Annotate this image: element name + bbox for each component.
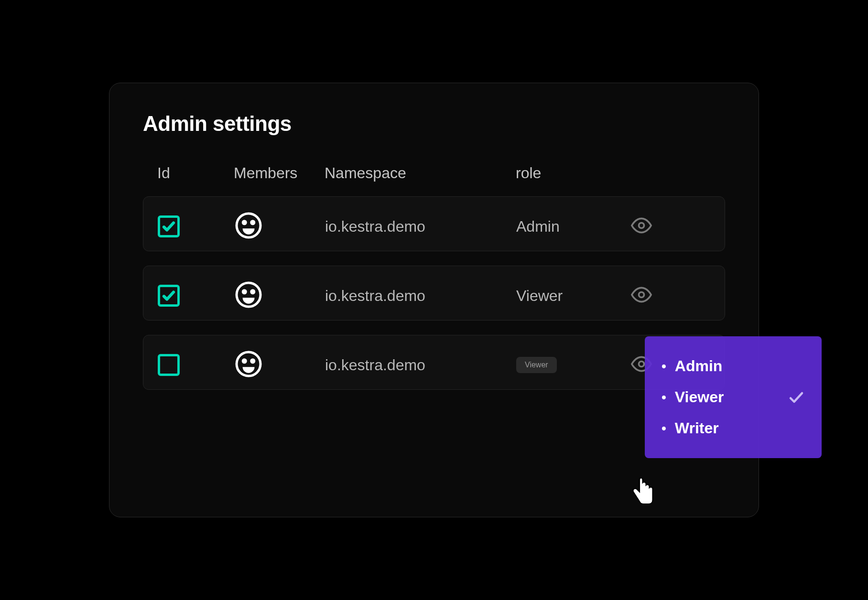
svg-point-9 — [243, 360, 246, 363]
role-label: Viewer — [516, 357, 557, 373]
eye-icon — [631, 284, 652, 305]
dropdown-option-viewer[interactable]: • Viewer — [662, 382, 805, 413]
row-checkbox[interactable] — [158, 215, 180, 237]
smiley-icon — [234, 350, 263, 378]
page-title: Admin settings — [143, 112, 725, 136]
role-dropdown[interactable]: • Admin • Viewer • Writer — [645, 336, 822, 458]
svg-point-3 — [639, 223, 644, 228]
dropdown-option-label: Viewer — [675, 388, 724, 406]
table-row: io.kestra.demo Viewer — [143, 335, 725, 390]
table-row: io.kestra.demo Viewer — [143, 266, 725, 321]
admin-settings-panel: Admin settings Id Members Namespace role… — [109, 83, 759, 517]
smiley-icon — [234, 211, 263, 240]
check-icon — [162, 289, 176, 303]
dropdown-option-label: Admin — [675, 357, 723, 375]
pointer-cursor-icon — [628, 475, 656, 508]
namespace-cell: io.kestra.demo — [325, 218, 516, 236]
column-header-id: Id — [157, 164, 234, 182]
role-cell[interactable]: Viewer — [516, 357, 631, 373]
bullet-icon: • — [662, 421, 666, 436]
namespace-cell: io.kestra.demo — [325, 287, 516, 305]
view-action[interactable] — [631, 215, 679, 238]
svg-point-5 — [243, 290, 246, 293]
table-header: Id Members Namespace role — [143, 164, 725, 196]
column-header-namespace: Namespace — [325, 164, 516, 182]
role-cell[interactable]: Viewer — [516, 287, 631, 305]
column-header-role: role — [516, 164, 630, 182]
row-checkbox[interactable] — [158, 285, 180, 307]
svg-point-2 — [251, 221, 254, 224]
smiley-icon — [234, 280, 263, 309]
dropdown-option-admin[interactable]: • Admin — [662, 351, 805, 382]
column-header-members: Members — [234, 164, 325, 182]
view-action[interactable] — [631, 284, 679, 307]
bullet-icon: • — [662, 390, 666, 405]
svg-point-10 — [251, 360, 254, 363]
bullet-icon: • — [662, 359, 666, 374]
role-cell[interactable]: Admin — [516, 218, 631, 236]
table-row: io.kestra.demo Admin — [143, 196, 725, 251]
member-avatar — [234, 280, 325, 311]
member-avatar — [234, 350, 325, 380]
dropdown-option-label: Writer — [675, 419, 719, 437]
member-avatar — [234, 211, 325, 242]
svg-point-6 — [251, 290, 254, 293]
column-header-actions — [630, 164, 678, 182]
row-checkbox[interactable] — [158, 354, 180, 376]
svg-point-1 — [243, 221, 246, 224]
dropdown-option-writer[interactable]: • Writer — [662, 413, 805, 444]
check-icon — [162, 219, 176, 234]
svg-point-7 — [639, 292, 644, 298]
namespace-cell: io.kestra.demo — [325, 356, 516, 374]
check-icon — [788, 389, 805, 406]
svg-point-11 — [639, 362, 644, 367]
eye-icon — [631, 215, 652, 236]
